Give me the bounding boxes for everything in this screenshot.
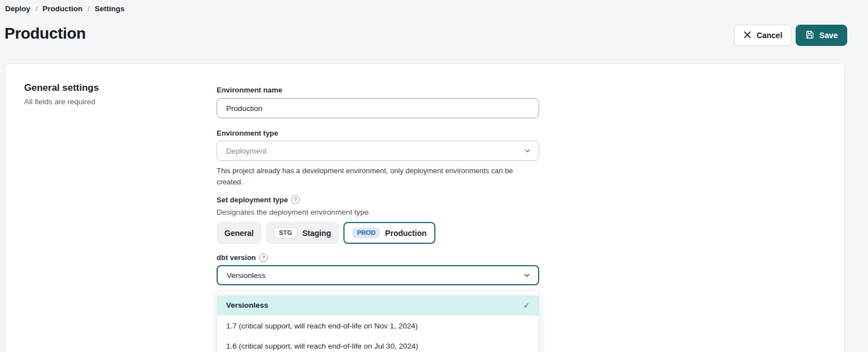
- breadcrumb-deploy[interactable]: Deploy: [5, 4, 30, 13]
- environment-name-input[interactable]: [217, 98, 539, 118]
- environment-type-help-text: This project already has a development e…: [217, 165, 539, 188]
- cancel-button[interactable]: Cancel: [734, 25, 792, 46]
- environment-type-select[interactable]: Deployment: [217, 141, 539, 161]
- deployment-type-production-button[interactable]: PROD Production: [343, 222, 435, 244]
- dbt-version-select[interactable]: Versionless: [217, 265, 539, 285]
- environment-type-value: Deployment: [226, 147, 267, 155]
- deployment-type-description: Designates the deployment environment ty…: [217, 208, 539, 216]
- help-question-icon[interactable]: [291, 196, 300, 204]
- option-label: 1.6 (critical support, will reach end-of…: [226, 342, 418, 350]
- deployment-type-staging-button[interactable]: STG Staging: [266, 222, 339, 244]
- dropdown-option-versionless[interactable]: Versionless: [217, 295, 539, 316]
- environment-name-label: Environment name: [217, 86, 539, 94]
- close-icon: [743, 31, 751, 40]
- deployment-type-production-label: Production: [385, 229, 426, 238]
- deployment-type-label-text: Set deployment type: [217, 196, 288, 204]
- breadcrumb-separator: /: [88, 4, 90, 13]
- section-heading: General settings All fields are required: [24, 82, 99, 106]
- cancel-button-label: Cancel: [756, 31, 782, 40]
- dropdown-option-1-6[interactable]: 1.6 (critical support, will reach end-of…: [217, 336, 539, 352]
- dropdown-option-1-7[interactable]: 1.7 (critical support, will reach end-of…: [217, 316, 539, 336]
- deployment-type-options: General STG Staging PROD Production: [217, 222, 539, 244]
- help-question-icon[interactable]: [259, 253, 268, 262]
- option-label: 1.7 (critical support, will reach end-of…: [226, 322, 417, 330]
- save-button[interactable]: Save: [796, 25, 847, 46]
- staging-badge: STG: [274, 227, 297, 239]
- dbt-version-dropdown: Versionless 1.7 (critical support, will …: [217, 290, 539, 352]
- environment-type-label: Environment type: [217, 129, 539, 137]
- breadcrumb: Deploy / Production / Settings: [5, 4, 125, 13]
- deployment-type-general-label: General: [224, 229, 254, 238]
- check-icon: [523, 301, 530, 310]
- breadcrumb-settings[interactable]: Settings: [95, 4, 125, 13]
- dbt-version-label-text: dbt version: [217, 253, 256, 262]
- save-button-label: Save: [819, 31, 838, 40]
- prod-badge: PROD: [352, 228, 380, 238]
- chevron-down-icon: [524, 147, 531, 154]
- deployment-type-staging-label: Staging: [302, 229, 331, 238]
- page-title: Production: [4, 25, 86, 43]
- option-label: Versionless: [226, 301, 268, 309]
- dbt-version-value: Versionless: [227, 271, 265, 280]
- deployment-type-general-button[interactable]: General: [217, 222, 261, 244]
- environment-form: Environment name Environment type Deploy…: [217, 86, 539, 352]
- section-title: General settings: [24, 82, 99, 94]
- breadcrumb-separator: /: [35, 4, 38, 13]
- header-actions: Cancel Save: [734, 25, 847, 46]
- save-floppy-icon: [805, 30, 814, 41]
- dbt-version-label: dbt version: [217, 253, 539, 261]
- chevron-down-icon: [523, 272, 530, 279]
- breadcrumb-production[interactable]: Production: [43, 4, 82, 13]
- general-settings-card: General settings All fields are required…: [4, 63, 845, 352]
- deployment-type-label: Set deployment type: [217, 196, 539, 203]
- section-subtitle: All fields are required: [24, 98, 99, 106]
